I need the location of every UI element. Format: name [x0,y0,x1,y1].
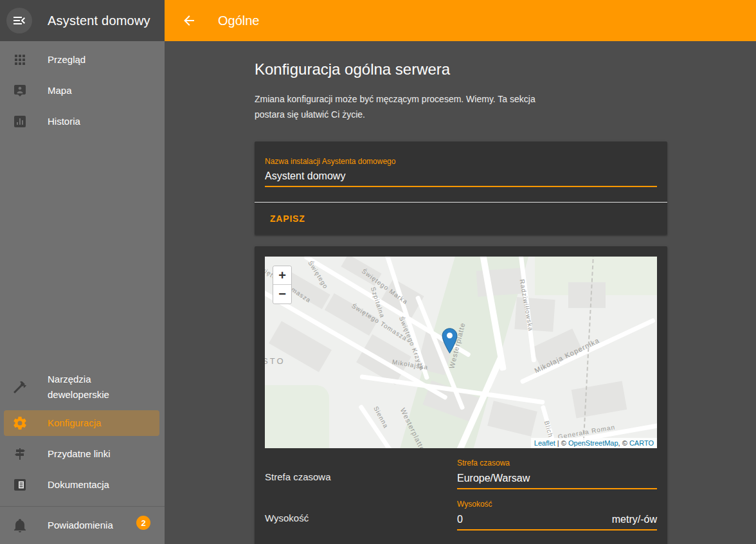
main-content: Konfiguracja ogólna serwera Zmiana konfi… [165,41,756,544]
chart-box-icon [12,114,28,129]
back-button[interactable] [181,13,197,28]
elevation-field-label: Wysokość [457,500,657,509]
timezone-row: Strefa czasowa Strefa czasowa [265,458,657,489]
hammer-icon [12,379,28,395]
location-map[interactable]: Świętego Tomasza Świętego Świętego Marka… [265,257,657,448]
elevation-input[interactable] [457,514,534,525]
sidebar-item-label: Powiadomienia [48,518,113,532]
sidebar-item-mapa[interactable]: Mapa [0,75,165,106]
apps-grid-icon [12,52,28,68]
sidebar-item-konfiguracja[interactable]: Konfiguracja [0,408,165,439]
openstreetmap-link[interactable]: OpenStreetMap [568,439,618,447]
elevation-row-label: Wysokość [265,500,457,530]
map-park-area [265,385,329,448]
sidebar-item-label: Historia [48,114,80,129]
save-button[interactable]: ZAPISZ [265,208,310,229]
sidebar-item-label: Mapa [48,84,72,98]
sidebar-item-label: Przegląd [48,53,86,67]
menu-toggle-button[interactable] [6,8,32,33]
elevation-unit: metry/-ów [612,514,657,525]
bell-icon [12,518,28,533]
section-description: Zmiana konfiguracji może być męczącym pr… [255,91,566,122]
sidebar: Asystent domowy Przegląd Mapa Historia [0,0,165,544]
sidebar-item-przeglad[interactable]: Przegląd [0,44,165,75]
carto-link[interactable]: CARTO [629,439,654,447]
timezone-row-label: Strefa czasowa [265,458,457,489]
map-zoom-control: + − [273,266,292,304]
map-building [514,297,555,332]
notification-badge: 2 [136,516,150,530]
page-title: Ogólne [218,14,260,28]
section-heading: Konfiguracja ogólna serwera [255,60,667,78]
sidebar-item-powiadomienia[interactable]: Powiadomienia 2 [0,507,165,544]
book-icon [12,477,28,493]
map-building [487,401,537,437]
map-attribution: Leaflet | © OpenStreetMap, © CARTO [531,438,657,448]
sidebar-item-dokumentacja[interactable]: Dokumentacja [0,469,165,500]
zoom-in-button[interactable]: + [273,266,291,285]
map-marker-icon[interactable] [442,328,458,354]
name-card: Nazwa instalacji Asystenta domowego ZAPI… [255,141,667,235]
timezone-input[interactable] [457,473,657,484]
map-building [568,282,606,308]
sidebar-item-historia[interactable]: Historia [0,106,165,137]
leaflet-link[interactable]: Leaflet [534,439,555,447]
name-field-label: Nazwa instalacji Asystenta domowego [265,157,657,166]
sidebar-item-przydatne-linki[interactable]: Przydatne linki [0,439,165,469]
street-label: Blich [543,420,555,439]
timezone-field-label: Strefa czasowa [457,458,657,467]
sidebar-header: Asystent domowy [0,0,165,41]
app-title: Asystent domowy [48,14,150,28]
sidebar-nav-top: Przegląd Mapa Historia [0,41,165,137]
arrow-left-icon [181,13,197,28]
account-location-icon [12,83,28,98]
settings-card: Świętego Tomasza Świętego Świętego Marka… [255,246,667,544]
sidebar-item-label: Przydatne linki [48,447,111,461]
menu-open-icon [12,13,27,28]
sidebar-item-label: Narzędzia deweloperskie [48,372,131,403]
zoom-out-button[interactable]: − [273,285,291,304]
map-building [572,381,627,418]
signpost-icon [12,446,28,462]
sidebar-item-label: Konfiguracja [48,416,101,430]
gear-icon [12,415,28,431]
attribution-separator: | © [555,439,568,447]
elevation-row: Wysokość Wysokość metry/-ów [265,500,657,530]
attribution-separator: , © [618,439,629,447]
appbar: Ogólne [165,0,756,41]
sidebar-item-label: Dokumentacja [48,478,109,492]
sidebar-nav-bottom: Narzędzia deweloperskie Konfiguracja Prz… [0,367,165,544]
district-label: STO [265,356,285,366]
name-input[interactable] [265,166,657,187]
sidebar-item-narzedzia-deweloperskie[interactable]: Narzędzia deweloperskie [0,367,165,408]
